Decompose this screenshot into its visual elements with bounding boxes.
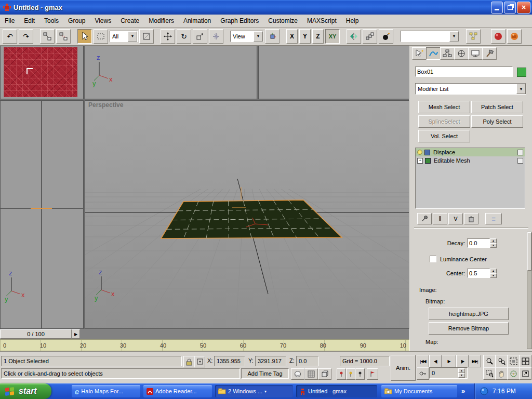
close-button[interactable]: × [517,2,530,14]
go-to-start-button[interactable]: |◀◀ [417,355,429,367]
remove-modifier-button[interactable] [464,213,478,224]
start-button[interactable]: start [0,383,51,399]
taskbar-overflow-chevron[interactable]: » [461,387,465,395]
menu-group[interactable]: Group [63,17,90,24]
region-zoom-button[interactable] [483,367,496,380]
coordinate-system-dropdown[interactable]: View ▼ [230,31,263,42]
restrict-x-button[interactable]: X [286,29,298,44]
modifier-list-dropdown[interactable]: Modifier List ▼ [415,83,526,95]
arc-rotate-button[interactable] [507,367,520,380]
go-to-end-button[interactable]: ▶▶| [469,355,481,367]
menu-tools[interactable]: Tools [39,17,63,24]
pan-button[interactable] [495,367,508,380]
animate-button[interactable]: Anim. [391,355,416,381]
min-max-toggle-button[interactable] [519,367,531,380]
time-slider-next-button[interactable]: ▶ [72,329,80,339]
mesh-select-button[interactable]: Mesh Select [418,101,470,113]
key-mode-toggle-button[interactable] [417,367,429,380]
named-selection-dropdown[interactable]: ▼ [400,31,459,42]
center-field[interactable]: 0.5 [467,269,490,278]
expand-plus-icon[interactable]: + [417,158,423,164]
time-slider-handle[interactable]: 0 / 100 [0,329,72,339]
poly-select-button[interactable]: Poly Select [471,115,523,128]
mirror-button[interactable] [347,29,361,44]
spinner-down-icon[interactable]: ▾ [458,373,465,378]
viewport-left[interactable]: z y x [0,100,84,329]
bitmap-file-button[interactable]: heightmap.JPG [429,308,509,320]
tray-status-icon[interactable] [480,387,488,395]
tab-display[interactable] [468,47,483,60]
vol-select-button[interactable]: Vol. Select [418,130,470,142]
menu-maxscript[interactable]: MAXScript [302,17,341,24]
selection-lock-button[interactable] [183,356,194,367]
menu-modifiers[interactable]: Modifiers [144,17,179,24]
key-filter-red-button[interactable] [337,368,346,380]
stack-toggle-box[interactable] [517,158,523,164]
taskbar-item-adobe-reader[interactable]: Adobe Reader... [143,385,212,397]
remove-bitmap-button[interactable]: Remove Bitmap [429,322,509,335]
pattern-toggle-button[interactable] [304,368,318,380]
zoom-button[interactable] [483,355,496,367]
frame-spinner[interactable]: ▴▾ [458,368,465,378]
stack-toggle-box[interactable] [517,150,523,155]
redo-button[interactable]: ↷ [19,29,33,44]
restrict-z-button[interactable]: Z [312,29,324,44]
current-frame-field[interactable]: 0 ▴▾ [429,367,468,379]
z-coord-field[interactable]: 0.0 [296,356,319,366]
play-button[interactable]: ▶ [442,355,456,367]
make-unique-button[interactable]: ∀ [448,213,463,224]
taskbar-item-my-documents[interactable]: My Documents [381,385,457,397]
rectangular-selection-region-button[interactable] [94,29,108,44]
lightbulb-icon[interactable] [417,150,422,155]
render-button[interactable] [507,29,522,44]
select-and-scale-button[interactable] [193,29,207,44]
viewport-front[interactable]: z y x [85,46,257,99]
viewport-top[interactable] [0,46,84,99]
key-filter-yellow-button[interactable] [346,368,355,380]
decay-spinner[interactable]: ▴▾ [490,238,497,248]
tab-modify[interactable] [426,47,441,60]
key-filter-black-button[interactable] [355,368,365,380]
selection-filter-dropdown[interactable]: All ▼ [110,31,138,42]
tab-utilities[interactable] [482,47,497,60]
select-and-link-button[interactable] [40,29,55,44]
spinner-up-icon[interactable]: ▴ [490,269,497,273]
tab-create[interactable] [412,47,427,60]
taskbar-item-gmax[interactable]: Untitled - gmax [296,385,377,397]
x-coord-field[interactable]: 1355.955 [214,356,245,366]
material-editor-button[interactable] [491,29,506,44]
viewport-aux[interactable] [258,46,409,99]
taskbar-item-halo-maps[interactable]: e Halo Maps For... [72,385,140,397]
menu-animation[interactable]: Animation [179,17,216,24]
stack-row-displace[interactable]: Displace [416,148,525,156]
box-mode-button[interactable] [318,368,331,380]
window-crossing-toggle-button[interactable] [139,29,154,44]
tab-motion[interactable] [454,47,469,60]
time-slider-track[interactable]: 0 / 100 ▶ [0,329,409,339]
spinner-down-icon[interactable]: ▾ [490,273,497,278]
menu-graph-editors[interactable]: Graph Editors [216,17,263,24]
restrict-y-button[interactable]: Y [299,29,311,44]
decay-field[interactable]: 0.0 [467,238,490,248]
object-color-swatch[interactable] [517,68,526,77]
y-coord-field[interactable]: 3291.917 [255,356,286,366]
previous-frame-button[interactable]: ◀| [429,355,442,367]
spinner-up-icon[interactable]: ▴ [458,368,465,373]
minimize-button[interactable] [491,2,503,14]
tab-hierarchy[interactable] [440,47,455,60]
shaded-toggle-button[interactable] [291,368,304,380]
array-button[interactable] [363,29,377,44]
select-and-rotate-button[interactable]: ↻ [177,29,191,44]
undo-button[interactable]: ↶ [3,29,17,44]
panel-scrollbar[interactable] [527,232,532,349]
zoom-extents-all-button[interactable] [519,355,531,367]
patch-select-button[interactable]: Patch Select [471,101,523,113]
schematic-view-button[interactable] [466,29,481,44]
center-spinner[interactable]: ▴▾ [490,269,497,278]
restore-button[interactable] [504,2,516,14]
select-and-move-button[interactable] [161,29,175,44]
object-name-field[interactable]: Box01 [415,66,513,77]
snap-toggle-button[interactable] [209,29,223,44]
restrict-xy-button[interactable]: XY [325,29,340,44]
show-end-result-button[interactable]: ‖ [433,213,447,224]
